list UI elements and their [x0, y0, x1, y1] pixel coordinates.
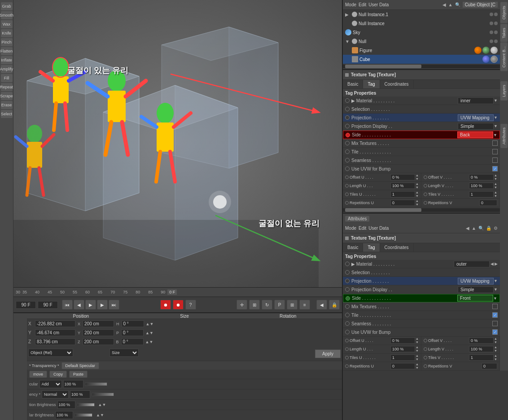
b-length-v-input[interactable]	[469, 346, 494, 352]
coordinates-tab[interactable]: Coordinates	[380, 80, 414, 88]
mix-radio-2[interactable]	[345, 304, 350, 309]
reps-u-radio[interactable]	[345, 201, 349, 205]
tile-checkbox-2[interactable]: ✓	[492, 312, 498, 318]
reps-u-input[interactable]	[390, 200, 415, 206]
tiles-u-input[interactable]	[390, 191, 415, 197]
tool-select[interactable]: Select	[1, 110, 13, 118]
timeline-ruler[interactable]: 30 35 40 45 50 55 60 65 70 75 80 85 90 0…	[13, 288, 342, 297]
tag-tab[interactable]: Tag	[363, 80, 380, 88]
seamless-checkbox-2[interactable]	[492, 321, 498, 326]
tool-amplify[interactable]: Amplify	[1, 65, 13, 73]
end-frame[interactable]: 90 F	[38, 301, 58, 309]
apply-button[interactable]: Apply	[315, 350, 341, 358]
spec-brightness-input[interactable]	[55, 411, 73, 419]
tile-radio[interactable]	[345, 149, 350, 154]
z-size-input[interactable]	[83, 338, 114, 345]
timeline-extra-btn[interactable]: ≡	[299, 300, 310, 310]
tool-fill[interactable]: Fill	[1, 74, 13, 82]
proj-display-value[interactable]: Simple	[458, 123, 494, 130]
attr-mode-btn[interactable]: Mode	[345, 226, 356, 231]
length-v-arrows[interactable]: ▲▼	[494, 182, 497, 189]
help-btn[interactable]: ?	[185, 300, 196, 310]
dropdown-icon[interactable]: ▼	[494, 115, 498, 120]
coord-system-select[interactable]: Object (Rel)	[28, 349, 73, 357]
y-pos-input[interactable]	[35, 329, 75, 336]
tool-scrape[interactable]: Scrape	[1, 92, 13, 100]
step-back-btn[interactable]: ◀	[74, 300, 84, 310]
dropdown-icon-2[interactable]: ▼	[494, 279, 498, 283]
go-to-start-btn[interactable]: ⏮	[62, 300, 73, 310]
takes-tab[interactable]: Takes	[500, 24, 508, 42]
uvw-bump-checkbox-2[interactable]: ✓	[492, 329, 498, 335]
step-forward-btn[interactable]: ▶	[97, 300, 108, 310]
offset-v-input[interactable]	[469, 174, 494, 180]
tool-smooth[interactable]: Smooth	[1, 11, 13, 19]
go-to-end-btn[interactable]: ⏭	[109, 300, 119, 310]
scale-tool-btn[interactable]: ⊞	[249, 300, 260, 310]
length-v-input[interactable]	[469, 183, 494, 189]
proj-display-radio[interactable]	[345, 124, 350, 128]
auto-record-btn[interactable]: ⏺	[173, 300, 184, 310]
dropdown-icon[interactable]: ▼	[494, 98, 498, 103]
b-reps-u-arrows[interactable]: ▲▼	[416, 363, 419, 370]
length-u-radio[interactable]	[345, 184, 349, 188]
material-value[interactable]: inner	[458, 97, 494, 104]
material-value-2[interactable]: outer	[454, 261, 490, 267]
grid-btn[interactable]: ⊞	[287, 300, 298, 310]
side-radio[interactable]	[346, 133, 350, 137]
b-length-u-arrows[interactable]: ▲▼	[416, 346, 419, 353]
mat-nav-left[interactable]: ◀	[490, 262, 494, 266]
material-radio-2[interactable]	[345, 262, 350, 266]
b-offset-u-radio[interactable]	[345, 339, 349, 342]
obj-figure[interactable]: Figure	[343, 46, 500, 55]
attr-edit-btn[interactable]: Edit	[359, 226, 366, 231]
refl-brightness-input[interactable]	[57, 401, 75, 409]
mix-checkbox[interactable]	[492, 140, 498, 146]
viewport[interactable]: 굴절이 있는 유리 굴절이 없는 유리	[13, 0, 342, 287]
tool-erase[interactable]: Erase	[1, 101, 13, 109]
b-rot-input[interactable]	[121, 338, 144, 345]
tile-radio-2[interactable]	[345, 313, 350, 317]
projection-value-2[interactable]: UVW Mapping	[458, 278, 494, 284]
blending-select[interactable]: Add	[39, 380, 62, 388]
tool-wax[interactable]: Wax	[1, 20, 13, 28]
rotate-tool-btn[interactable]: ↻	[262, 300, 272, 310]
objects-tab[interactable]: Objects	[500, 2, 508, 23]
h-scrollbar-2[interactable]	[343, 208, 500, 212]
length-u-input[interactable]	[390, 183, 415, 189]
b-offset-u-arrows[interactable]: ▲▼	[416, 337, 419, 344]
tag-tab-2[interactable]: Tag	[363, 243, 380, 252]
b-offset-v-input[interactable]	[469, 337, 494, 344]
obj-null[interactable]: ▼ Null	[343, 37, 500, 46]
b-tiles-v-radio[interactable]	[424, 356, 427, 359]
material-radio[interactable]	[345, 98, 350, 103]
proj-display-radio-2[interactable]	[345, 287, 350, 292]
move-tool-btn[interactable]: ✛	[236, 300, 247, 310]
offset-u-radio[interactable]	[345, 175, 349, 179]
seamless-radio[interactable]	[345, 158, 350, 162]
nav-left-btn[interactable]: ◀	[316, 300, 327, 310]
mix-radio[interactable]	[345, 141, 350, 145]
projection-radio[interactable]	[345, 115, 350, 120]
attributes-tab[interactable]: Attributes	[500, 124, 508, 148]
default-specular-btn[interactable]: Default Specular	[61, 362, 100, 369]
coordinates-tab-2[interactable]: Coordinates	[380, 243, 414, 252]
reps-v-radio[interactable]	[424, 201, 427, 205]
dropdown-icon-4[interactable]: ▼	[493, 296, 497, 301]
b-length-u-input[interactable]	[390, 346, 415, 352]
length-u-arrows[interactable]: ▲▼	[416, 182, 419, 189]
b-tiles-u-input[interactable]	[390, 354, 415, 361]
size-select[interactable]: Size	[109, 349, 139, 357]
expand-icon[interactable]: ▶	[345, 12, 350, 17]
seamless-checkbox[interactable]	[492, 158, 498, 163]
p-rot-input[interactable]	[121, 329, 144, 336]
uvw-bump-radio[interactable]	[345, 166, 350, 171]
dropdown-icon-3[interactable]: ▼	[494, 287, 498, 292]
tool-flatten[interactable]: Flatten	[1, 47, 13, 55]
projection-radio-2[interactable]	[345, 279, 350, 283]
side-value-2[interactable]: Front	[457, 295, 493, 302]
edit-btn[interactable]: Edit	[359, 2, 366, 7]
obj-null-instance[interactable]: Null Instance	[343, 19, 500, 28]
z-pos-input[interactable]	[35, 338, 75, 345]
offset-v-arrows[interactable]: ▲▼	[494, 174, 497, 181]
